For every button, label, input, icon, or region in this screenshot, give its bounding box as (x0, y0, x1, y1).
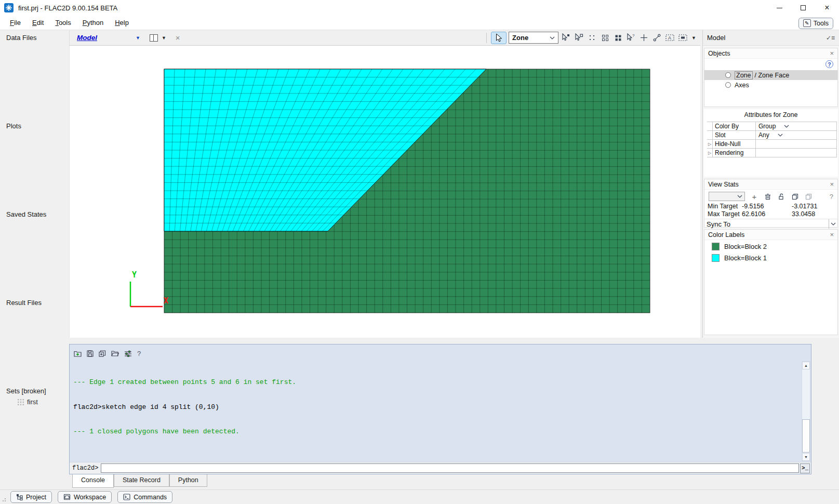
chevron-down-icon (550, 36, 555, 39)
workspace-button[interactable]: Workspace (58, 491, 112, 503)
command-input[interactable] (101, 463, 799, 473)
add-stat-icon[interactable]: + (750, 192, 758, 201)
axes-triad (130, 282, 163, 307)
menu-file[interactable]: File (6, 17, 24, 29)
hide-null-value[interactable] (756, 140, 837, 148)
model-viewport[interactable]: Y X (69, 46, 700, 338)
select-box-icon[interactable] (574, 32, 584, 43)
color-labels-close-icon[interactable]: × (830, 231, 834, 238)
resize-grip[interactable] (2, 497, 7, 502)
paste-icon[interactable] (804, 192, 813, 201)
zone-mode-select[interactable]: Zone (509, 32, 558, 44)
run-command-button[interactable]: >_ (800, 463, 810, 473)
project-tree-icon (16, 494, 23, 500)
unlock-icon[interactable] (777, 192, 785, 201)
objects-close-icon[interactable]: × (830, 49, 834, 57)
tab-state-record[interactable]: State Record (114, 474, 169, 487)
table-row: Color By Group (707, 122, 837, 131)
left-sidebar: Data Files Plots Saved States Result Fil… (0, 30, 68, 489)
objects-title: Objects (708, 50, 730, 57)
sidebar-item-sets[interactable]: Sets [broken] (6, 387, 46, 395)
checklist-icon[interactable]: ✓≡ (826, 34, 835, 42)
tab-console[interactable]: Console (72, 474, 114, 488)
slot-select[interactable]: Any (756, 131, 837, 139)
text-annotation-icon[interactable]: A (664, 32, 675, 43)
copy-icon[interactable] (791, 192, 799, 201)
resolution-large-icon[interactable] (612, 32, 623, 43)
zone-radio[interactable] (725, 72, 731, 78)
menu-bar: File Edit Tools Python Help ✎ Tools (0, 16, 839, 30)
tab-python[interactable]: Python (169, 474, 207, 487)
project-button[interactable]: Project (10, 491, 52, 503)
model-mesh: Y X (70, 46, 701, 338)
toolbar-overflow-icon[interactable]: ▼ (691, 35, 696, 41)
rendering-value[interactable] (756, 149, 837, 157)
attributes-title: Attributes for Zone (704, 109, 838, 120)
commands-button[interactable]: Commands (117, 491, 172, 503)
command-row: flac2d> >_ (70, 462, 811, 474)
menu-edit[interactable]: Edit (29, 17, 47, 29)
prompt-label: flac2d> (71, 465, 100, 472)
document-tab-bar: Model ▼ ▼ × Zone ? (69, 30, 700, 46)
scrollbar-thumb[interactable] (802, 419, 810, 453)
tools-button-label: Tools (814, 20, 829, 27)
open-folder-icon[interactable] (111, 350, 119, 356)
chevron-down-icon (737, 195, 742, 198)
close-tab-icon[interactable]: × (176, 33, 180, 42)
menu-tools[interactable]: Tools (51, 17, 74, 29)
hide-null-expander-icon[interactable]: ▷ (707, 140, 712, 148)
delete-stat-icon[interactable] (764, 192, 772, 201)
box-annotation-icon[interactable] (677, 32, 688, 43)
settings-sliders-icon[interactable] (124, 350, 132, 357)
chevron-down-icon (831, 222, 836, 226)
model-tab[interactable]: Model (77, 34, 97, 42)
split-dropdown-icon[interactable]: ▼ (162, 35, 166, 41)
console-scrollbar[interactable]: ▲ ▼ (802, 361, 810, 461)
minimize-button[interactable] (767, 0, 791, 16)
tools-button[interactable]: ✎ Tools (798, 18, 833, 29)
sidebar-item-result-files[interactable]: Result Files (6, 299, 42, 307)
sidebar-item-data-files[interactable]: Data Files (6, 34, 37, 42)
sets-item-first[interactable]: first (18, 398, 38, 406)
sync-to-select[interactable] (829, 219, 837, 229)
split-view-icon[interactable] (150, 34, 158, 42)
max-target-value-2: 33.0458 (792, 210, 815, 218)
select-new-icon[interactable] (561, 32, 571, 43)
maximize-button[interactable] (791, 0, 815, 16)
view-stats-close-icon[interactable]: × (830, 180, 834, 188)
window-title: first.prj - FLAC2D 9.00.154 BETA (18, 4, 117, 12)
chevron-down-icon (784, 125, 789, 128)
menu-help[interactable]: Help (111, 17, 132, 29)
stats-preset-select[interactable] (709, 192, 745, 201)
color-labels-title: Color Labels (708, 231, 744, 238)
select-cursor-button[interactable] (491, 32, 507, 44)
center-view-icon[interactable] (638, 32, 649, 43)
resolution-medium-icon[interactable] (600, 32, 610, 43)
svg-text:?: ? (632, 33, 635, 38)
tab-list-dropdown-icon[interactable]: ▼ (136, 35, 140, 41)
console-line: --- Edge 1 created between points 5 and … (73, 378, 798, 387)
resolution-small-icon[interactable] (587, 32, 597, 43)
view-stats-help-icon[interactable]: ? (830, 193, 833, 201)
object-item-zone[interactable]: Zone / Zone Face (704, 70, 837, 80)
panel-title: Model (707, 34, 725, 42)
console-help-icon[interactable]: ? (137, 350, 141, 357)
query-cursor-icon[interactable]: ? (625, 32, 636, 43)
sidebar-item-saved-states[interactable]: Saved States (6, 210, 46, 218)
object-item-axes[interactable]: Axes (704, 80, 837, 90)
title-bar: first.prj - FLAC2D 9.00.154 BETA × (0, 0, 839, 16)
rendering-expander-icon[interactable]: ▷ (707, 149, 712, 157)
measure-link-icon[interactable] (651, 32, 662, 43)
scroll-up-icon[interactable]: ▲ (802, 362, 810, 369)
min-target-label: Min Target (708, 203, 742, 210)
save-icon[interactable] (87, 350, 94, 357)
new-file-icon[interactable] (74, 350, 82, 357)
sidebar-item-plots[interactable]: Plots (6, 122, 21, 130)
close-button[interactable]: × (815, 0, 839, 16)
color-by-select[interactable]: Group (756, 122, 837, 130)
objects-help-icon[interactable]: ? (825, 60, 833, 68)
axes-radio[interactable] (725, 82, 731, 88)
copy-add-icon[interactable] (99, 350, 106, 357)
scroll-down-icon[interactable]: ▼ (802, 453, 810, 461)
menu-python[interactable]: Python (79, 17, 107, 29)
